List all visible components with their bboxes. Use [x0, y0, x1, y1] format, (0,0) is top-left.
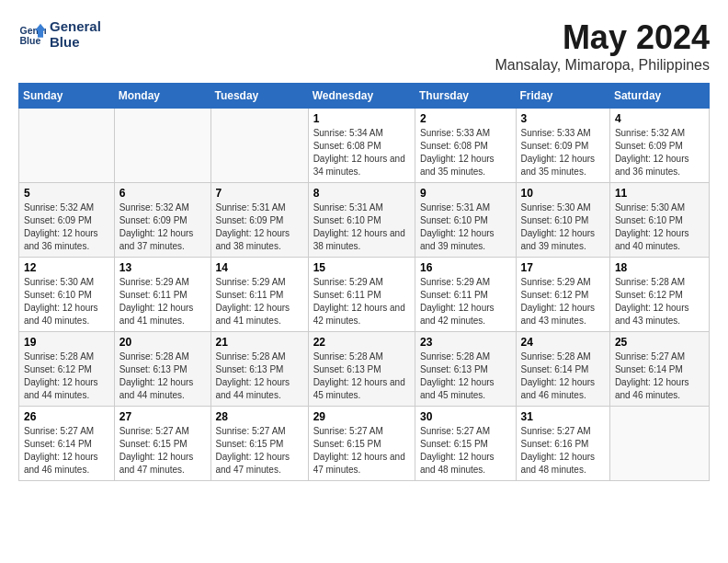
day-info: Sunrise: 5:33 AM Sunset: 6:09 PM Dayligh…: [521, 127, 605, 178]
day-number: 7: [216, 187, 303, 200]
header-day: Thursday: [415, 84, 516, 109]
day-number: 4: [615, 112, 704, 125]
calendar-cell: 19Sunrise: 5:28 AM Sunset: 6:12 PM Dayli…: [19, 332, 115, 407]
header-day: Sunday: [19, 84, 115, 109]
calendar-cell: 29Sunrise: 5:27 AM Sunset: 6:15 PM Dayli…: [308, 407, 415, 481]
calendar-week-row: 1Sunrise: 5:34 AM Sunset: 6:08 PM Daylig…: [19, 109, 710, 183]
day-info: Sunrise: 5:29 AM Sunset: 6:11 PM Dayligh…: [313, 276, 410, 327]
calendar-cell: 15Sunrise: 5:29 AM Sunset: 6:11 PM Dayli…: [308, 258, 415, 332]
calendar-cell: 5Sunrise: 5:32 AM Sunset: 6:09 PM Daylig…: [19, 183, 115, 258]
calendar-cell: 21Sunrise: 5:28 AM Sunset: 6:13 PM Dayli…: [210, 332, 308, 407]
day-info: Sunrise: 5:27 AM Sunset: 6:15 PM Dayligh…: [420, 425, 511, 477]
day-info: Sunrise: 5:28 AM Sunset: 6:13 PM Dayligh…: [420, 350, 511, 402]
calendar-cell: 14Sunrise: 5:29 AM Sunset: 6:11 PM Dayli…: [210, 258, 308, 332]
day-number: 30: [420, 410, 511, 423]
day-number: 25: [615, 336, 704, 349]
subtitle: Mansalay, Mimaropa, Philippines: [495, 57, 710, 74]
header-day: Friday: [516, 84, 609, 109]
day-info: Sunrise: 5:32 AM Sunset: 6:09 PM Dayligh…: [24, 201, 109, 253]
main-title: May 2024: [495, 18, 710, 57]
day-info: Sunrise: 5:29 AM Sunset: 6:12 PM Dayligh…: [521, 276, 605, 327]
calendar-cell: [210, 109, 308, 183]
day-number: 23: [420, 336, 511, 349]
day-info: Sunrise: 5:31 AM Sunset: 6:09 PM Dayligh…: [216, 201, 303, 253]
day-info: Sunrise: 5:29 AM Sunset: 6:11 PM Dayligh…: [216, 276, 303, 327]
calendar-cell: 1Sunrise: 5:34 AM Sunset: 6:08 PM Daylig…: [308, 109, 415, 183]
calendar-week-row: 12Sunrise: 5:30 AM Sunset: 6:10 PM Dayli…: [19, 258, 710, 332]
calendar-cell: 10Sunrise: 5:30 AM Sunset: 6:10 PM Dayli…: [516, 183, 609, 258]
day-info: Sunrise: 5:27 AM Sunset: 6:16 PM Dayligh…: [521, 425, 605, 477]
day-number: 20: [119, 336, 206, 349]
day-number: 27: [119, 410, 206, 423]
calendar-cell: 13Sunrise: 5:29 AM Sunset: 6:11 PM Dayli…: [114, 258, 210, 332]
logo-line2: Blue: [50, 34, 101, 50]
header-day: Monday: [114, 84, 210, 109]
logo-icon: General Blue: [18, 20, 46, 48]
calendar-cell: 27Sunrise: 5:27 AM Sunset: 6:15 PM Dayli…: [114, 407, 210, 481]
day-number: 12: [24, 261, 109, 274]
day-number: 26: [24, 410, 109, 423]
svg-text:Blue: Blue: [20, 35, 41, 46]
calendar-cell: [609, 407, 709, 481]
calendar-cell: 24Sunrise: 5:28 AM Sunset: 6:14 PM Dayli…: [516, 332, 609, 407]
calendar-cell: 28Sunrise: 5:27 AM Sunset: 6:15 PM Dayli…: [210, 407, 308, 481]
calendar-cell: 25Sunrise: 5:27 AM Sunset: 6:14 PM Dayli…: [609, 332, 709, 407]
header: General Blue General Blue May 2024 Mansa…: [18, 18, 710, 74]
logo: General Blue General Blue: [18, 18, 101, 50]
day-info: Sunrise: 5:28 AM Sunset: 6:13 PM Dayligh…: [119, 350, 206, 402]
day-number: 15: [313, 261, 410, 274]
calendar-body: 1Sunrise: 5:34 AM Sunset: 6:08 PM Daylig…: [19, 109, 710, 481]
day-number: 1: [313, 112, 410, 125]
day-info: Sunrise: 5:33 AM Sunset: 6:08 PM Dayligh…: [420, 127, 511, 178]
calendar-cell: 18Sunrise: 5:28 AM Sunset: 6:12 PM Dayli…: [609, 258, 709, 332]
calendar-table: SundayMondayTuesdayWednesdayThursdayFrid…: [18, 83, 710, 481]
day-number: 29: [313, 410, 410, 423]
header-row: SundayMondayTuesdayWednesdayThursdayFrid…: [19, 84, 710, 109]
day-info: Sunrise: 5:31 AM Sunset: 6:10 PM Dayligh…: [420, 201, 511, 253]
day-info: Sunrise: 5:34 AM Sunset: 6:08 PM Dayligh…: [313, 127, 410, 178]
header-day: Tuesday: [210, 84, 308, 109]
day-info: Sunrise: 5:28 AM Sunset: 6:13 PM Dayligh…: [313, 350, 410, 402]
day-info: Sunrise: 5:30 AM Sunset: 6:10 PM Dayligh…: [24, 276, 109, 327]
header-day: Wednesday: [308, 84, 415, 109]
calendar-cell: 6Sunrise: 5:32 AM Sunset: 6:09 PM Daylig…: [114, 183, 210, 258]
day-info: Sunrise: 5:28 AM Sunset: 6:12 PM Dayligh…: [24, 350, 109, 402]
header-day: Saturday: [609, 84, 709, 109]
day-number: 8: [313, 187, 410, 200]
day-info: Sunrise: 5:27 AM Sunset: 6:15 PM Dayligh…: [119, 425, 206, 477]
day-number: 11: [615, 187, 704, 200]
day-number: 14: [216, 261, 303, 274]
calendar-week-row: 5Sunrise: 5:32 AM Sunset: 6:09 PM Daylig…: [19, 183, 710, 258]
day-number: 16: [420, 261, 511, 274]
calendar-cell: 23Sunrise: 5:28 AM Sunset: 6:13 PM Dayli…: [415, 332, 516, 407]
day-info: Sunrise: 5:31 AM Sunset: 6:10 PM Dayligh…: [313, 201, 410, 253]
day-number: 17: [521, 261, 605, 274]
day-info: Sunrise: 5:32 AM Sunset: 6:09 PM Dayligh…: [119, 201, 206, 253]
calendar-cell: [19, 109, 115, 183]
day-number: 18: [615, 261, 704, 274]
day-number: 21: [216, 336, 303, 349]
day-info: Sunrise: 5:30 AM Sunset: 6:10 PM Dayligh…: [521, 201, 605, 253]
day-number: 10: [521, 187, 605, 200]
day-number: 9: [420, 187, 511, 200]
day-number: 13: [119, 261, 206, 274]
calendar-cell: 4Sunrise: 5:32 AM Sunset: 6:09 PM Daylig…: [609, 109, 709, 183]
day-number: 31: [521, 410, 605, 423]
calendar-week-row: 26Sunrise: 5:27 AM Sunset: 6:14 PM Dayli…: [19, 407, 710, 481]
calendar-cell: [114, 109, 210, 183]
day-number: 24: [521, 336, 605, 349]
day-info: Sunrise: 5:27 AM Sunset: 6:15 PM Dayligh…: [216, 425, 303, 477]
logo-line1: General: [50, 18, 101, 34]
day-number: 2: [420, 112, 511, 125]
day-info: Sunrise: 5:27 AM Sunset: 6:15 PM Dayligh…: [313, 425, 410, 477]
calendar-week-row: 19Sunrise: 5:28 AM Sunset: 6:12 PM Dayli…: [19, 332, 710, 407]
day-info: Sunrise: 5:30 AM Sunset: 6:10 PM Dayligh…: [615, 201, 704, 253]
calendar-cell: 12Sunrise: 5:30 AM Sunset: 6:10 PM Dayli…: [19, 258, 115, 332]
calendar-cell: 11Sunrise: 5:30 AM Sunset: 6:10 PM Dayli…: [609, 183, 709, 258]
day-info: Sunrise: 5:27 AM Sunset: 6:14 PM Dayligh…: [615, 350, 704, 402]
calendar-cell: 31Sunrise: 5:27 AM Sunset: 6:16 PM Dayli…: [516, 407, 609, 481]
day-info: Sunrise: 5:28 AM Sunset: 6:13 PM Dayligh…: [216, 350, 303, 402]
calendar-cell: 22Sunrise: 5:28 AM Sunset: 6:13 PM Dayli…: [308, 332, 415, 407]
title-area: May 2024 Mansalay, Mimaropa, Philippines: [495, 18, 710, 74]
calendar-cell: 26Sunrise: 5:27 AM Sunset: 6:14 PM Dayli…: [19, 407, 115, 481]
